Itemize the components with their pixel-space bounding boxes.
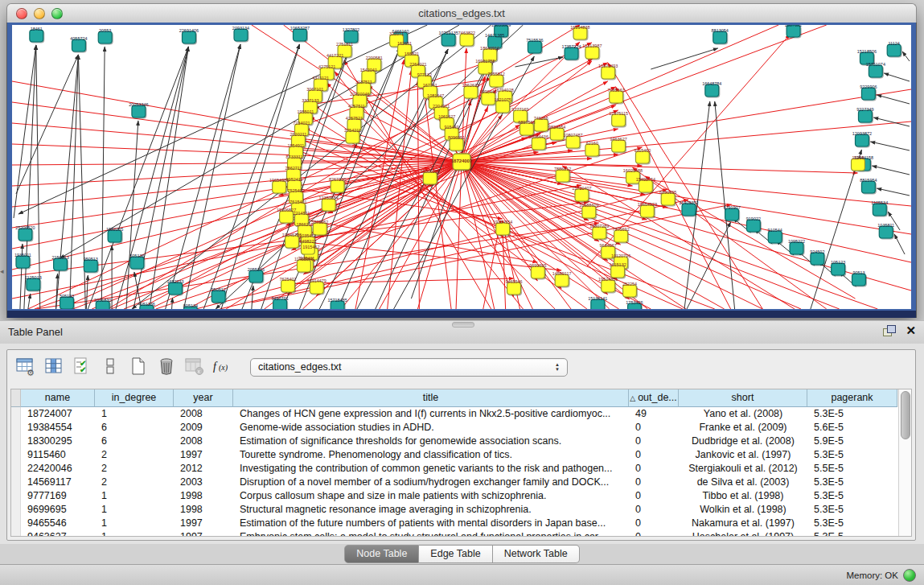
- cell: 18724007: [21, 407, 95, 421]
- svg-text:2051830: 2051830: [94, 298, 111, 303]
- svg-text:505133: 505133: [60, 294, 74, 299]
- svg-text:16154838: 16154838: [570, 25, 589, 30]
- table-row[interactable]: 1938455462009Genome-wide association stu…: [11, 421, 898, 435]
- column-header-name[interactable]: name: [21, 389, 95, 407]
- column-header-out_de[interactable]: △out_de...: [629, 389, 679, 407]
- column-header-short[interactable]: short: [679, 389, 807, 407]
- svg-text:7975692: 7975692: [612, 227, 629, 232]
- column-header-year[interactable]: year: [174, 389, 233, 407]
- svg-text:14671385: 14671385: [485, 33, 504, 38]
- tab-node-table[interactable]: Node Table: [344, 545, 419, 563]
- row-gutter: [11, 476, 21, 489]
- network-canvas[interactable]: 1846140557242055322691406209313410653287…: [12, 25, 911, 309]
- cell: 1997: [174, 530, 233, 536]
- svg-text:19654923: 19654923: [638, 202, 657, 207]
- svg-text:915449: 915449: [444, 125, 458, 130]
- table-tabs: Node TableEdge TableNetwork Table: [344, 545, 579, 563]
- svg-text:11403948: 11403948: [294, 257, 314, 262]
- cell: 0: [629, 476, 679, 489]
- svg-text:16025488: 16025488: [623, 168, 643, 173]
- column-visibility-icon[interactable]: [42, 355, 66, 379]
- svg-text:1095222: 1095222: [788, 239, 805, 244]
- row-gutter: [11, 517, 21, 530]
- collapse-panel-arrow-icon[interactable]: ◂: [0, 267, 4, 275]
- row-height-icon[interactable]: [98, 355, 122, 379]
- cell: Investigating the contribution of common…: [233, 462, 629, 476]
- table-panel-header: Table Panel ✕: [0, 320, 924, 344]
- cell: Dudbridge et al. (2008): [679, 435, 807, 448]
- cell: 0: [629, 489, 679, 503]
- column-header-title[interactable]: title: [233, 389, 629, 407]
- svg-text:7485063: 7485063: [608, 88, 625, 93]
- svg-text:15718485: 15718485: [327, 298, 347, 303]
- minimize-window-icon[interactable]: [34, 8, 45, 19]
- table-row[interactable]: 1872400712008Changes of HCN gene express…: [11, 407, 898, 421]
- svg-text:162651: 162651: [397, 41, 412, 46]
- svg-text:3754211: 3754211: [344, 128, 361, 133]
- cell: 0: [629, 503, 679, 517]
- cell: 22420046: [21, 462, 95, 476]
- zoom-window-icon[interactable]: [51, 8, 63, 19]
- row-gutter: [11, 407, 21, 421]
- float-panel-icon[interactable]: [883, 325, 896, 336]
- svg-text:9463627: 9463627: [610, 137, 626, 142]
- column-header-in_degree[interactable]: in_degree: [95, 389, 174, 407]
- cell: 14569117: [21, 476, 95, 489]
- tab-edge-table[interactable]: Edge Table: [419, 545, 492, 563]
- window-controls: [16, 8, 63, 19]
- table-row[interactable]: 2242004622012Investigating the contribut…: [11, 462, 898, 476]
- svg-text:10688609: 10688609: [579, 203, 598, 208]
- svg-text:4417221: 4417221: [326, 53, 343, 58]
- table-source-value: citations_edges.txt: [258, 361, 555, 373]
- svg-text:18807289: 18807289: [589, 224, 609, 229]
- scrollbar-thumb[interactable]: [901, 391, 910, 439]
- svg-text:4051236: 4051236: [138, 302, 155, 307]
- function-builder-icon[interactable]: f(x): [211, 355, 235, 379]
- svg-text:1935011: 1935011: [14, 253, 31, 257]
- cell: 0: [629, 462, 679, 476]
- svg-text:2751811: 2751811: [336, 42, 353, 47]
- table-row[interactable]: 977716911998Corpus callosum shape and si…: [11, 489, 898, 503]
- table-row[interactable]: 946362711997Embryonic stem cells: a mode…: [11, 530, 898, 536]
- table-row[interactable]: 969969511998Structural magnetic resonanc…: [11, 503, 898, 517]
- column-header-pagerank[interactable]: pagerank: [807, 389, 897, 407]
- table-row[interactable]: 1830029562008Estimation of significance …: [11, 435, 898, 448]
- svg-text:7886312: 7886312: [554, 167, 571, 171]
- svg-text:910544: 910544: [768, 228, 782, 233]
- cell: Embryonic stem cells: a model to study s…: [233, 530, 629, 536]
- table-options-icon[interactable]: ⚙: [14, 355, 38, 379]
- svg-text:9824554: 9824554: [548, 125, 565, 130]
- svg-text:2055346: 2055346: [248, 267, 265, 272]
- close-window-icon[interactable]: [16, 8, 27, 19]
- status-bar: Memory: OK: [0, 564, 924, 585]
- cell: Estimation of significance thresholds fo…: [233, 435, 629, 448]
- close-panel-icon[interactable]: ✕: [906, 325, 916, 336]
- svg-text:16409352: 16409352: [679, 200, 698, 205]
- svg-text:7234021: 7234021: [293, 121, 310, 126]
- cell: Stergiakouli et al. (2012): [679, 462, 807, 476]
- svg-text:9115460: 9115460: [634, 148, 651, 153]
- select-rows-icon[interactable]: ✔✔: [70, 355, 94, 379]
- table-row[interactable]: 946554611997Estimation of the future num…: [11, 517, 898, 530]
- svg-text:19524851: 19524851: [598, 277, 618, 282]
- cell: Franke et al. (2009): [679, 421, 807, 435]
- svg-text:19046786: 19046786: [282, 233, 302, 237]
- table-panel-title: Table Panel: [8, 321, 63, 344]
- table-row[interactable]: 1456911722003Disruption of a novel membe…: [11, 476, 898, 489]
- table-group: ⚙✔✔xf(x) citations_edges.txt ▲▼ namein_d…: [6, 349, 916, 541]
- svg-text:f: f: [213, 360, 218, 373]
- svg-text:6899695: 6899695: [659, 190, 676, 195]
- svg-text:9457791: 9457791: [272, 296, 289, 301]
- row-gutter: [11, 448, 21, 462]
- svg-text:2093134: 2093134: [232, 26, 249, 31]
- table-scrollbar[interactable]: [898, 389, 911, 536]
- delete-column-icon[interactable]: [154, 355, 179, 379]
- network-window-titlebar[interactable]: citations_edges.txt: [6, 3, 917, 23]
- create-column-icon[interactable]: [126, 355, 150, 379]
- table-row[interactable]: 911546021997Tourette syndrome. Phenomeno…: [11, 448, 898, 462]
- table-source-select[interactable]: citations_edges.txt ▲▼: [250, 358, 568, 377]
- panel-resize-grip[interactable]: [452, 322, 474, 328]
- svg-text:14569117: 14569117: [552, 271, 572, 276]
- svg-text:22420046: 22420046: [350, 92, 369, 97]
- tab-network-table[interactable]: Network Table: [493, 545, 580, 563]
